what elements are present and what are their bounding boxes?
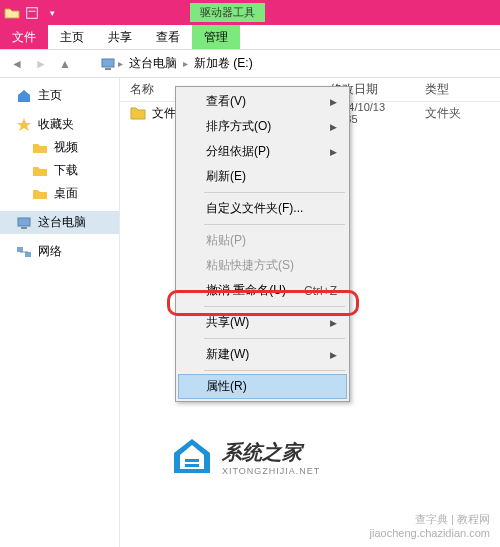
address-bar: ◄ ► ▲ ▸ 这台电脑 ▸ 新加卷 (E:): [0, 50, 500, 78]
home-icon: [16, 88, 32, 104]
context-menu: 查看(V)▶ 排序方式(O)▶ 分组依据(P)▶ 刷新(E) 自定义文件夹(F)…: [175, 86, 350, 402]
column-type[interactable]: 类型: [415, 81, 500, 98]
svg-rect-0: [27, 7, 38, 18]
sidebar-label: 主页: [38, 87, 62, 104]
submenu-arrow-icon: ▶: [330, 97, 337, 107]
folder-icon: [130, 106, 146, 120]
chevron-right-icon[interactable]: ▸: [118, 58, 123, 69]
forward-button[interactable]: ►: [32, 55, 50, 73]
menu-share[interactable]: 共享(W)▶: [178, 310, 347, 335]
folder-icon: [32, 140, 48, 156]
menu-separator: [204, 192, 345, 193]
properties-qat-icon[interactable]: [24, 5, 40, 21]
tab-share[interactable]: 共享: [96, 25, 144, 49]
svg-rect-7: [25, 252, 31, 257]
sidebar-item-videos[interactable]: 视频: [0, 136, 119, 159]
menu-undo-rename[interactable]: 撤消 重命名(U)Ctrl+Z: [178, 278, 347, 303]
logo-icon: [170, 437, 214, 477]
navigation-sidebar: 主页 收藏夹 视频 下载 桌面 这台电脑: [0, 78, 120, 547]
svg-rect-9: [185, 459, 199, 462]
menu-separator: [204, 338, 345, 339]
sidebar-item-desktop[interactable]: 桌面: [0, 182, 119, 205]
up-button[interactable]: ▲: [56, 55, 74, 73]
network-icon: [16, 244, 32, 260]
menu-separator: [204, 306, 345, 307]
title-bar: ▾ 驱动器工具: [0, 0, 500, 25]
breadcrumb: ▸ 这台电脑 ▸ 新加卷 (E:): [100, 53, 257, 74]
submenu-arrow-icon: ▶: [330, 350, 337, 360]
back-button[interactable]: ◄: [8, 55, 26, 73]
menu-properties[interactable]: 属性(R): [178, 374, 347, 399]
file-type: 文件夹: [415, 105, 471, 122]
svg-rect-5: [21, 227, 27, 229]
ribbon-tabs: 文件 主页 共享 查看 管理: [0, 25, 500, 50]
qat-dropdown-icon[interactable]: ▾: [44, 5, 60, 21]
folder-icon: [32, 163, 48, 179]
submenu-arrow-icon: ▶: [330, 147, 337, 157]
contextual-tool-tab: 驱动器工具: [190, 3, 265, 22]
shortcut-text: Ctrl+Z: [304, 284, 337, 298]
menu-separator: [204, 224, 345, 225]
menu-paste-shortcut: 粘贴快捷方式(S): [178, 253, 347, 278]
submenu-arrow-icon: ▶: [330, 122, 337, 132]
svg-rect-2: [102, 59, 114, 67]
sidebar-label: 网络: [38, 243, 62, 260]
sidebar-label: 桌面: [54, 185, 78, 202]
tab-home[interactable]: 主页: [48, 25, 96, 49]
menu-separator: [204, 370, 345, 371]
sidebar-label: 收藏夹: [38, 116, 74, 133]
menu-new[interactable]: 新建(W)▶: [178, 342, 347, 367]
logo-text-en: XITONGZHIJIA.NET: [222, 466, 320, 476]
logo: 系统之家 XITONGZHIJIA.NET: [170, 437, 320, 477]
svg-rect-3: [105, 68, 111, 70]
sidebar-item-home[interactable]: 主页: [0, 84, 119, 107]
submenu-arrow-icon: ▶: [330, 318, 337, 328]
menu-view[interactable]: 查看(V)▶: [178, 89, 347, 114]
crumb-this-pc[interactable]: 这台电脑: [125, 53, 181, 74]
tab-view[interactable]: 查看: [144, 25, 192, 49]
svg-rect-10: [185, 464, 199, 467]
menu-customize[interactable]: 自定义文件夹(F)...: [178, 196, 347, 221]
tab-file[interactable]: 文件: [0, 25, 48, 49]
star-icon: [16, 117, 32, 133]
svg-rect-4: [18, 218, 30, 226]
folder-icon: [32, 186, 48, 202]
logo-text-cn: 系统之家: [222, 439, 320, 466]
sidebar-item-this-pc[interactable]: 这台电脑: [0, 211, 119, 234]
menu-group[interactable]: 分组依据(P)▶: [178, 139, 347, 164]
sidebar-label: 下载: [54, 162, 78, 179]
menu-sort[interactable]: 排序方式(O)▶: [178, 114, 347, 139]
sidebar-label: 视频: [54, 139, 78, 156]
tab-manage[interactable]: 管理: [192, 25, 240, 49]
sidebar-label: 这台电脑: [38, 214, 86, 231]
sidebar-item-downloads[interactable]: 下载: [0, 159, 119, 182]
sidebar-item-favorites[interactable]: 收藏夹: [0, 113, 119, 136]
pc-icon: [16, 215, 32, 231]
folder-icon: [4, 5, 20, 21]
svg-rect-6: [17, 247, 23, 252]
file-name: 文件: [152, 105, 176, 122]
menu-paste: 粘贴(P): [178, 228, 347, 253]
menu-refresh[interactable]: 刷新(E): [178, 164, 347, 189]
pc-icon: [100, 56, 116, 72]
crumb-volume[interactable]: 新加卷 (E:): [190, 53, 257, 74]
watermark: 查字典 | 教程网 jiaocheng.chazidian.com: [370, 512, 490, 539]
sidebar-item-network[interactable]: 网络: [0, 240, 119, 263]
chevron-right-icon[interactable]: ▸: [183, 58, 188, 69]
